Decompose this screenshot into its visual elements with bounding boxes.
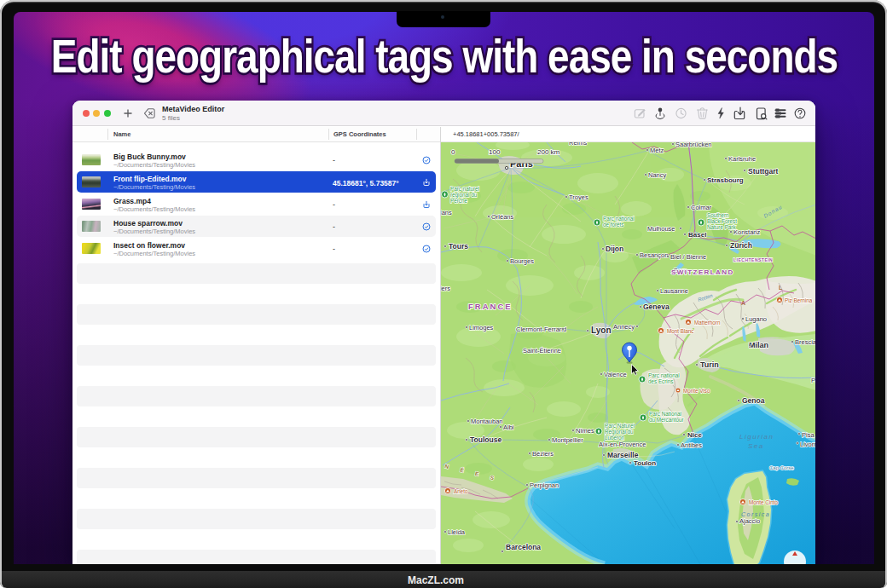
svg-text:Annecy: Annecy [613, 323, 635, 331]
svg-text:Luberon: Luberon [605, 435, 625, 441]
svg-text:Turin: Turin [700, 360, 719, 369]
svg-text:Reims: Reims [569, 142, 588, 147]
svg-text:Toulon: Toulon [634, 459, 656, 467]
svg-text:Parc national: Parc national [603, 216, 635, 222]
svg-text:N: N [792, 563, 798, 564]
svg-text:Milan: Milan [749, 341, 768, 349]
svg-text:Cap Corse: Cap Corse [769, 465, 794, 470]
svg-text:Nîmes: Nîmes [576, 427, 594, 435]
svg-text:FRANCE: FRANCE [468, 302, 513, 311]
svg-text:Mont Blanc: Mont Blanc [667, 328, 694, 334]
svg-text:Dijon: Dijon [606, 245, 623, 253]
svg-text:Basel: Basel [688, 231, 706, 239]
svg-text:Bourges: Bourges [510, 257, 534, 265]
svg-text:Pisa: Pisa [802, 431, 815, 439]
svg-text:Antibes: Antibes [681, 441, 702, 449]
svg-text:Nature Park: Nature Park [707, 224, 736, 230]
svg-text:Parc National: Parc National [649, 411, 681, 417]
svg-text:SWITZERLAND: SWITZERLAND [671, 268, 734, 276]
svg-text:Strasbourg: Strasbourg [707, 176, 744, 184]
svg-text:Konstanz: Konstanz [733, 228, 761, 236]
svg-text:Le Mans: Le Mans [441, 209, 452, 216]
svg-text:Black Forest: Black Forest [707, 218, 737, 224]
svg-text:Montauban: Montauban [471, 418, 503, 425]
svg-text:Lleida: Lleida [448, 528, 466, 536]
svg-text:Besançon: Besançon [640, 251, 668, 259]
svg-text:Mulhouse: Mulhouse [647, 225, 675, 233]
svg-text:Monte Cinto: Monte Cinto [749, 499, 778, 505]
svg-text:Zürich: Zürich [730, 241, 752, 250]
svg-text:Brescia: Brescia [795, 338, 815, 346]
svg-text:Poitiers: Poitiers [441, 285, 450, 292]
svg-text:Orléans: Orléans [491, 213, 514, 221]
svg-text:de forêts: de forêts [603, 222, 624, 228]
svg-text:Ajaccio: Ajaccio [739, 517, 760, 525]
svg-text:Genoa: Genoa [742, 396, 765, 405]
svg-text:Southern: Southern [707, 212, 729, 218]
svg-text:LIECHTENSTEIN: LIECHTENSTEIN [733, 257, 773, 262]
svg-text:Biel / Bienne: Biel / Bienne [670, 253, 706, 261]
svg-text:Nancy: Nancy [648, 171, 667, 179]
svg-text:Perche: Perche [450, 198, 467, 204]
svg-text:Piz Bernina: Piz Bernina [785, 297, 813, 303]
svg-text:Geneva: Geneva [643, 303, 670, 311]
svg-text:Aneto: Aneto [454, 488, 468, 494]
svg-text:Stuttgart: Stuttgart [748, 167, 779, 176]
svg-text:Saarbrücken: Saarbrücken [675, 142, 712, 148]
svg-text:Corsica: Corsica [741, 511, 770, 517]
svg-text:200 km: 200 km [537, 148, 560, 156]
svg-text:Tours: Tours [449, 242, 468, 251]
svg-text:Parc naturel: Parc naturel [450, 186, 479, 192]
svg-text:Valence: Valence [604, 371, 627, 378]
svg-text:Limoges: Limoges [469, 324, 494, 331]
svg-text:Saint-Étienne: Saint-Étienne [523, 347, 561, 355]
svg-text:Perpignan: Perpignan [530, 481, 559, 489]
svg-text:Troyes: Troyes [569, 193, 588, 201]
svg-text:Parc national: Parc national [648, 372, 680, 378]
svg-text:Sea: Sea [748, 442, 764, 450]
svg-text:Matterhorn: Matterhorn [694, 320, 721, 326]
svg-text:Clermont-Ferrand: Clermont-Ferrand [516, 326, 566, 333]
svg-text:Lugano: Lugano [745, 315, 767, 323]
svg-text:L: L [779, 285, 783, 291]
svg-text:Ligurian: Ligurian [739, 433, 774, 441]
svg-text:Lyon: Lyon [591, 326, 612, 335]
svg-text:Metz: Metz [650, 147, 664, 154]
svg-text:Albi: Albi [503, 424, 514, 431]
svg-text:Béziers: Béziers [532, 450, 554, 458]
svg-text:des Ecrins: des Ecrins [648, 378, 673, 384]
svg-text:Barcelona: Barcelona [506, 543, 541, 551]
svg-text:Parma: Parma [811, 377, 815, 384]
svg-text:Livorno: Livorno [800, 441, 815, 448]
svg-text:Montpellier: Montpellier [552, 436, 583, 444]
svg-text:Colmar: Colmar [691, 204, 712, 211]
svg-text:0: 0 [451, 148, 455, 156]
svg-text:Aix-en-Provence: Aix-en-Provence [599, 441, 646, 448]
svg-text:du Mercantour: du Mercantour [649, 417, 684, 423]
svg-text:100: 100 [489, 148, 501, 156]
svg-text:Toulouse: Toulouse [470, 435, 501, 444]
svg-text:Lausanne: Lausanne [660, 287, 688, 295]
svg-text:Marseille: Marseille [607, 451, 639, 459]
svg-text:Parc Naturel: Parc Naturel [605, 423, 635, 429]
svg-text:Monte Viso: Monte Viso [683, 388, 710, 394]
svg-text:Nice: Nice [687, 431, 702, 439]
svg-text:Karlsruhe: Karlsruhe [728, 155, 756, 163]
